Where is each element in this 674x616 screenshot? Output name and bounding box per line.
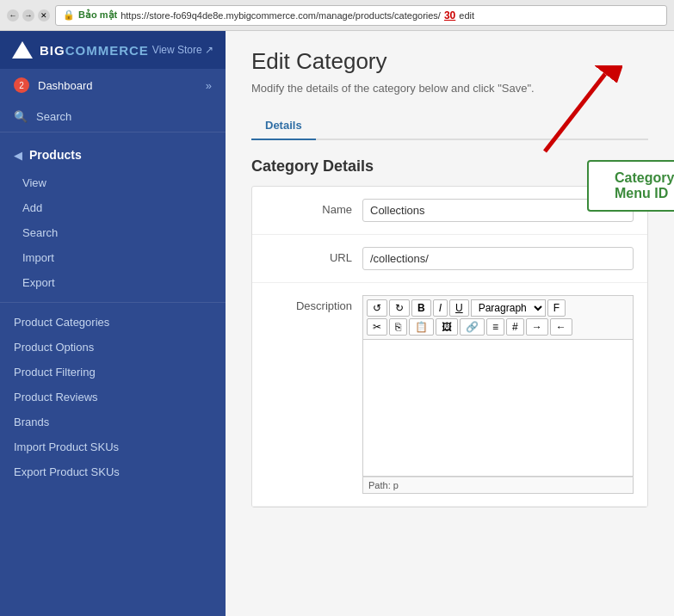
tab-details[interactable]: Details bbox=[251, 112, 316, 140]
sidebar-item-search[interactable]: 🔍 Search bbox=[0, 102, 226, 132]
submenu-import[interactable]: Import bbox=[0, 245, 226, 270]
editor-icon-group: ✂ ⎘ 📋 🖼 🔗 ≡ # → ← bbox=[367, 318, 572, 336]
sidebar-item-import-skus[interactable]: Import Product SKUs bbox=[0, 434, 226, 459]
app-body: BIGCOMMERCE View Store ↗ 2 Dashboard » 🔍… bbox=[0, 31, 674, 616]
submenu-export[interactable]: Export bbox=[0, 270, 226, 295]
url-input[interactable] bbox=[362, 247, 634, 270]
browser-navigation-buttons: ← → ✕ bbox=[7, 9, 50, 22]
editor-extra-btn[interactable]: F bbox=[547, 299, 566, 317]
submenu-view[interactable]: View bbox=[0, 170, 226, 195]
editor-area[interactable] bbox=[362, 339, 634, 477]
editor-paste-btn[interactable]: 📋 bbox=[409, 318, 434, 336]
editor-scissors-btn[interactable]: ✂ bbox=[367, 318, 387, 336]
sidebar-categories-section: Product Categories Product Options Produ… bbox=[0, 302, 226, 491]
close-button[interactable]: ✕ bbox=[38, 9, 50, 22]
search-icon: 🔍 bbox=[14, 110, 28, 123]
sidebar-header: BIGCOMMERCE View Store ↗ bbox=[0, 31, 226, 69]
main-content: Edit Category Modify the details of the … bbox=[226, 31, 674, 616]
editor-indent-btn[interactable]: → bbox=[526, 318, 548, 336]
svg-line-1 bbox=[545, 74, 605, 151]
name-label: Name bbox=[266, 199, 352, 216]
editor-link-btn[interactable]: 🔗 bbox=[460, 318, 485, 336]
editor-italic-btn[interactable]: I bbox=[433, 299, 448, 317]
description-label: Description bbox=[266, 295, 352, 312]
editor-copy-btn[interactable]: ⎘ bbox=[389, 318, 407, 336]
editor-ol-btn[interactable]: # bbox=[506, 318, 524, 336]
editor-img-btn[interactable]: 🖼 bbox=[436, 318, 458, 336]
products-header-left: ◀ Products bbox=[14, 148, 82, 162]
editor-underline-btn[interactable]: U bbox=[449, 299, 469, 317]
dashboard-badge: 2 bbox=[14, 77, 29, 93]
form-section: Name URL Description ↺ ↻ B bbox=[251, 186, 648, 508]
url-field bbox=[362, 247, 634, 270]
address-bar[interactable]: 🔒 Bảo mật https://store-fo69q4de8e.mybig… bbox=[55, 5, 667, 26]
sidebar-item-export-skus[interactable]: Export Product SKUs bbox=[0, 459, 226, 484]
products-label: Products bbox=[29, 148, 82, 162]
editor-toolbar: ↺ ↻ B I U Paragraph F ✂ ⎘ 📋 🖼 bbox=[362, 295, 634, 339]
sidebar-item-dashboard[interactable]: 2 Dashboard » bbox=[0, 69, 226, 102]
editor-outdent-btn[interactable]: ← bbox=[550, 318, 572, 336]
view-store-link[interactable]: View Store ↗ bbox=[152, 44, 213, 56]
address-url-suffix: edit bbox=[459, 10, 474, 21]
logo-triangle-icon bbox=[12, 41, 33, 59]
editor-paragraph-select[interactable]: Paragraph bbox=[471, 299, 546, 317]
dashboard-label: Dashboard bbox=[38, 79, 93, 92]
url-label: URL bbox=[266, 247, 352, 264]
sidebar-item-brands[interactable]: Brands bbox=[0, 410, 226, 434]
submenu-search[interactable]: Search bbox=[0, 220, 226, 245]
browser-chrome: ← → ✕ 🔒 Bảo mật https://store-fo69q4de8e… bbox=[0, 0, 674, 31]
address-url-highlight: 30 bbox=[444, 9, 455, 22]
search-label: Search bbox=[36, 110, 71, 123]
sidebar-item-product-filtering[interactable]: Product Filtering bbox=[0, 360, 226, 385]
forward-button[interactable]: → bbox=[22, 9, 34, 22]
logo-text: BIGCOMMERCE bbox=[40, 43, 149, 58]
collapse-arrow-icon: ◀ bbox=[14, 149, 22, 162]
sidebar: BIGCOMMERCE View Store ↗ 2 Dashboard » 🔍… bbox=[0, 31, 226, 616]
products-submenu: View Add Search Import Export bbox=[0, 170, 226, 295]
sidebar-item-product-reviews[interactable]: Product Reviews bbox=[0, 385, 226, 410]
form-row-description: Description ↺ ↻ B I U Paragraph F ✂ bbox=[252, 283, 647, 507]
arrow-annotation bbox=[519, 65, 622, 169]
back-button[interactable]: ← bbox=[7, 9, 19, 22]
editor-bold-btn[interactable]: B bbox=[411, 299, 431, 317]
sidebar-products-section: ◀ Products View Add Search Import Export bbox=[0, 132, 226, 302]
dashboard-collapse-icon: » bbox=[206, 79, 212, 92]
form-row-url: URL bbox=[252, 235, 647, 283]
editor-redo-btn[interactable]: ↻ bbox=[389, 299, 410, 317]
sidebar-item-product-options[interactable]: Product Options bbox=[0, 335, 226, 360]
editor-undo-btn[interactable]: ↺ bbox=[367, 299, 387, 317]
sidebar-item-product-categories[interactable]: Product Categories bbox=[0, 310, 226, 335]
editor-list-btn[interactable]: ≡ bbox=[486, 318, 504, 336]
secure-label: Bảo mật bbox=[78, 9, 117, 21]
editor-footer: Path: p bbox=[362, 477, 634, 494]
submenu-add[interactable]: Add bbox=[0, 195, 226, 220]
address-url-text: https://store-fo69q4de8e.mybigcommerce.c… bbox=[121, 10, 441, 21]
description-field: ↺ ↻ B I U Paragraph F ✂ ⎘ 📋 🖼 bbox=[362, 295, 634, 494]
logo-area: BIGCOMMERCE bbox=[12, 41, 149, 59]
lock-icon: 🔒 bbox=[63, 9, 75, 21]
products-header[interactable]: ◀ Products bbox=[0, 139, 226, 170]
